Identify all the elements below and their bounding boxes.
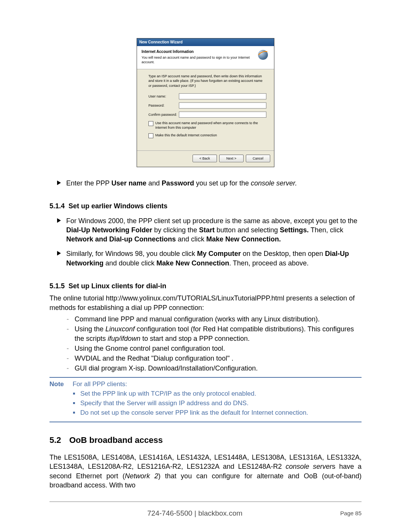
checkbox-default-connection-label: Make this the default Internet connectio…	[155, 133, 217, 137]
bullet-text-514-2: Similarly, for Windows 98, you double cl…	[66, 249, 362, 268]
bullet-arrow-icon	[57, 251, 61, 256]
square-bullet-icon	[73, 393, 75, 395]
label-confirm-password: Confirm password:	[148, 112, 179, 117]
wizard-header-icon	[257, 49, 269, 61]
heading-515: 5.1.5Set up Linux clients for dial-in	[49, 281, 362, 291]
footer-page: Page 85	[340, 510, 362, 518]
dash-list-515: -Command line PPP and manual configurati…	[61, 315, 362, 373]
bullet-text-514-1: For Windows 2000, the PPP client set up …	[66, 216, 362, 244]
wizard-dialog: New Connection Wizard Internet Account I…	[137, 38, 274, 167]
label-username: User name:	[148, 94, 179, 99]
wizard-header: Internet Account Information You will ne…	[137, 46, 274, 70]
square-bullet-icon	[73, 412, 75, 414]
bullet-text: Enter the PPP User name and Password you…	[66, 179, 362, 188]
confirm-password-input[interactable]	[179, 112, 266, 118]
wizard-titlebar: New Connection Wizard	[137, 38, 274, 46]
bullet-arrow-icon	[57, 181, 61, 185]
square-bullet-icon	[73, 402, 75, 404]
list-item: Using the Linuxconf configuration tool (…	[75, 324, 362, 343]
bullet-arrow-icon	[57, 218, 61, 223]
wizard-header-sub: You will need an account name and passwo…	[142, 56, 250, 64]
heading-514: 5.1.4Set up earlier Windows clients	[49, 201, 362, 211]
para-515-intro: The online tutorial http://www.yolinux.c…	[49, 294, 362, 312]
list-item: Using the Gnome control panel configurat…	[75, 344, 225, 353]
wizard-header-title: Internet Account Information	[142, 49, 255, 54]
note-block: Note For all PPP clients: Set the PPP li…	[49, 377, 362, 423]
password-input[interactable]	[179, 102, 266, 109]
note-item: Specify that the Server will assign IP a…	[80, 399, 249, 408]
back-button[interactable]: < Back	[193, 155, 217, 162]
cancel-button[interactable]: Cancel	[246, 155, 270, 162]
list-item: WVDIAL and the Redhat "Dialup configurat…	[75, 354, 233, 363]
wizard-instructions: Type an ISP account name and password, t…	[148, 74, 266, 88]
footer-rule	[49, 502, 362, 502]
checkbox-use-account-label: Use this account name and password when …	[155, 121, 266, 130]
next-button[interactable]: Next >	[219, 155, 244, 162]
note-line0: For all PPP clients:	[73, 380, 127, 388]
note-item: Set the PPP link up with TCP/IP as the o…	[80, 390, 256, 398]
list-item: Command line PPP and manual configuratio…	[75, 315, 320, 324]
username-input[interactable]	[179, 93, 266, 99]
heading-52: 5.2OoB broadband access	[49, 435, 362, 446]
para-52: The LES1508A, LES1408A, LES1416A, LES143…	[49, 453, 362, 490]
note-item: Do not set up the console server PPP lin…	[80, 409, 308, 417]
checkbox-use-account-for-all[interactable]	[148, 121, 153, 126]
note-label: Note	[49, 380, 71, 389]
checkbox-default-connection[interactable]	[148, 133, 153, 138]
list-item: GUI dial program X-isp. Download/Install…	[75, 364, 258, 373]
label-password: Password:	[148, 103, 179, 108]
footer-center: 724-746-5500 | blackbox.com	[49, 508, 340, 518]
